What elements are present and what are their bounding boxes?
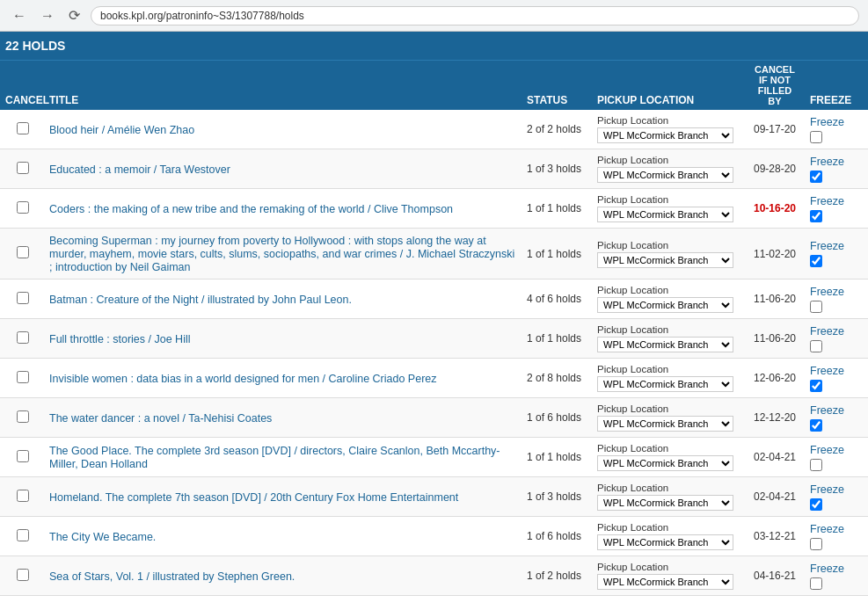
cancel-checkbox[interactable] bbox=[17, 201, 29, 214]
title-link[interactable]: Educated : a memoir / Tara Westover bbox=[49, 163, 230, 176]
cancel-checkbox[interactable] bbox=[17, 122, 29, 134]
cancel-by-cell: 02-04-21 bbox=[743, 451, 806, 463]
column-headers: CANCEL TITLE STATUS PICKUP LOCATION CANC… bbox=[0, 60, 868, 110]
cancel-checkbox-cell[interactable] bbox=[0, 162, 46, 177]
cancel-checkbox-cell[interactable] bbox=[0, 410, 46, 425]
freeze-checkbox[interactable] bbox=[810, 577, 822, 590]
freeze-checkbox[interactable] bbox=[810, 255, 822, 267]
pickup-cell: Pickup Location WPL McCormick Branch bbox=[594, 364, 743, 392]
pickup-select[interactable]: WPL McCormick Branch bbox=[597, 337, 733, 352]
pickup-label: Pickup Location bbox=[597, 364, 740, 374]
pickup-select[interactable]: WPL McCormick Branch bbox=[597, 495, 733, 511]
freeze-label: Freeze bbox=[810, 523, 844, 535]
pickup-select[interactable]: WPL McCormick Branch bbox=[597, 127, 733, 143]
table-row: Coders : the making of a new tribe and t… bbox=[0, 189, 868, 229]
cancel-by-date: 11-02-20 bbox=[754, 248, 796, 260]
cancel-by-date: 11-06-20 bbox=[754, 293, 796, 305]
holds-page: 22 HOLDS CANCEL TITLE STATUS PICKUP LOCA… bbox=[0, 32, 868, 596]
address-bar[interactable] bbox=[91, 6, 859, 25]
cancel-by-cell: 11-06-20 bbox=[743, 332, 806, 345]
pickup-select[interactable]: WPL McCormick Branch bbox=[597, 416, 733, 432]
cancel-checkbox-cell[interactable] bbox=[0, 331, 46, 346]
freeze-cell: Freeze bbox=[806, 116, 868, 143]
status-cell: 1 of 6 holds bbox=[523, 411, 594, 424]
freeze-checkbox[interactable] bbox=[810, 340, 822, 352]
freeze-checkbox[interactable] bbox=[810, 210, 822, 222]
cancel-checkbox-cell[interactable] bbox=[0, 292, 46, 307]
cancel-checkbox-cell[interactable] bbox=[0, 371, 46, 386]
freeze-cell: Freeze bbox=[806, 325, 868, 352]
cancel-checkbox-cell[interactable] bbox=[0, 529, 46, 544]
title-cell: Full throttle : stories / Joe Hill bbox=[46, 332, 523, 345]
back-button[interactable]: ← bbox=[9, 6, 30, 25]
cancel-checkbox-cell[interactable] bbox=[0, 246, 46, 261]
cancel-checkbox[interactable] bbox=[17, 371, 29, 383]
table-row: The water dancer : a novel / Ta-Nehisi C… bbox=[0, 398, 868, 438]
cancel-checkbox[interactable] bbox=[17, 162, 29, 174]
pickup-label: Pickup Location bbox=[597, 155, 740, 165]
cancel-by-date: 02-04-21 bbox=[754, 451, 796, 463]
freeze-cell: Freeze bbox=[806, 195, 868, 222]
freeze-checkbox[interactable] bbox=[810, 301, 822, 313]
pickup-select[interactable]: WPL McCormick Branch bbox=[597, 252, 733, 268]
freeze-checkbox[interactable] bbox=[810, 459, 822, 471]
title-link[interactable]: Invisible women : data bias in a world d… bbox=[49, 373, 437, 385]
freeze-label: Freeze bbox=[810, 483, 844, 496]
pickup-select[interactable]: WPL McCormick Branch bbox=[597, 534, 733, 550]
title-link[interactable]: The water dancer : a novel / Ta-Nehisi C… bbox=[49, 412, 272, 425]
pickup-select[interactable]: WPL McCormick Branch bbox=[597, 207, 733, 222]
title-cell: Batman : Creature of the Night / illustr… bbox=[46, 293, 523, 306]
freeze-checkbox[interactable] bbox=[810, 171, 822, 183]
cancel-checkbox-cell[interactable] bbox=[0, 450, 46, 465]
title-link[interactable]: Homeland. The complete 7th season [DVD] … bbox=[49, 491, 458, 504]
cancel-by-date: 09-28-20 bbox=[754, 163, 796, 175]
pickup-cell: Pickup Location WPL McCormick Branch bbox=[594, 522, 743, 550]
title-link[interactable]: Sea of Stars, Vol. 1 / illustrated by St… bbox=[49, 570, 295, 583]
forward-button[interactable]: → bbox=[37, 6, 58, 25]
cancel-checkbox[interactable] bbox=[17, 331, 29, 344]
title-link[interactable]: Coders : the making of a new tribe and t… bbox=[49, 203, 453, 215]
freeze-checkbox[interactable] bbox=[810, 498, 822, 511]
table-row: The City We Became. 1 of 6 holds Pickup … bbox=[0, 517, 868, 556]
title-link[interactable]: Becoming Superman : my journey from pove… bbox=[49, 235, 514, 273]
col-header-cancelby: CANCELIF NOTFILLEDBY bbox=[743, 64, 806, 106]
reload-button[interactable]: ⟳ bbox=[65, 5, 84, 25]
cancel-checkbox[interactable] bbox=[17, 246, 29, 258]
pickup-select[interactable]: WPL McCormick Branch bbox=[597, 167, 733, 183]
title-link[interactable]: Batman : Creature of the Night / illustr… bbox=[49, 294, 352, 306]
title-link[interactable]: Blood heir / Amélie Wen Zhao bbox=[49, 124, 194, 136]
cancel-checkbox[interactable] bbox=[17, 569, 29, 581]
cancel-checkbox[interactable] bbox=[17, 410, 29, 423]
pickup-select[interactable]: WPL McCormick Branch bbox=[597, 455, 733, 471]
status-cell: 2 of 2 holds bbox=[523, 123, 594, 135]
pickup-label: Pickup Location bbox=[597, 285, 740, 295]
freeze-checkbox[interactable] bbox=[810, 538, 822, 550]
cancel-by-cell: 10-16-20 bbox=[743, 202, 806, 214]
pickup-select[interactable]: WPL McCormick Branch bbox=[597, 574, 733, 590]
pickup-cell: Pickup Location WPL McCormick Branch bbox=[594, 155, 743, 183]
cancel-checkbox[interactable] bbox=[17, 490, 29, 502]
freeze-cell: Freeze bbox=[806, 286, 868, 313]
cancel-checkbox[interactable] bbox=[17, 529, 29, 541]
freeze-label: Freeze bbox=[810, 563, 844, 575]
freeze-checkbox[interactable] bbox=[810, 419, 822, 432]
pickup-select[interactable]: WPL McCormick Branch bbox=[597, 376, 733, 392]
cancel-checkbox-cell[interactable] bbox=[0, 201, 46, 216]
title-link[interactable]: The City We Became. bbox=[49, 531, 156, 543]
cancel-checkbox[interactable] bbox=[17, 450, 29, 462]
col-header-freeze: FREEZE bbox=[806, 94, 868, 106]
freeze-checkbox[interactable] bbox=[810, 380, 822, 392]
cancel-checkbox-cell[interactable] bbox=[0, 569, 46, 584]
pickup-select[interactable]: WPL McCormick Branch bbox=[597, 297, 733, 313]
title-link[interactable]: The Good Place. The complete 3rd season … bbox=[49, 445, 500, 470]
col-header-cancel: CANCEL bbox=[0, 94, 46, 106]
cancel-checkbox[interactable] bbox=[17, 292, 29, 304]
cancel-checkbox-cell[interactable] bbox=[0, 122, 46, 137]
pickup-cell: Pickup Location WPL McCormick Branch bbox=[594, 240, 743, 268]
freeze-checkbox[interactable] bbox=[810, 131, 822, 143]
cancel-by-cell: 09-17-20 bbox=[743, 123, 806, 135]
title-link[interactable]: Full throttle : stories / Joe Hill bbox=[49, 333, 190, 345]
freeze-label: Freeze bbox=[810, 286, 844, 298]
freeze-cell: Freeze bbox=[806, 240, 868, 267]
cancel-checkbox-cell[interactable] bbox=[0, 490, 46, 505]
